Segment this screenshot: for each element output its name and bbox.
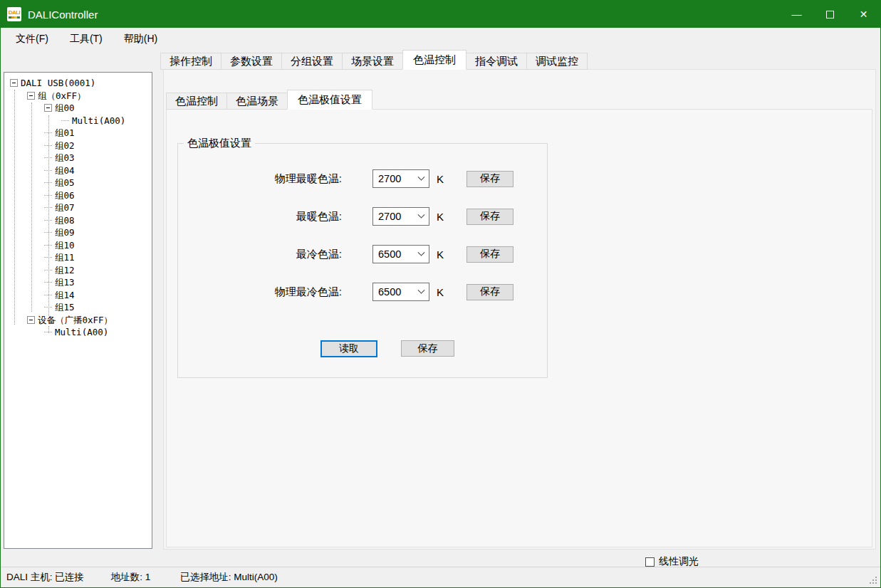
menu-item[interactable]: 文件(F) [5,29,59,49]
ct-unit-label: K [437,173,447,185]
save-button[interactable]: 保存 [401,340,454,357]
ct-dropdown-value: 6500 [378,286,419,298]
tree-item[interactable]: 组13 [4,276,152,289]
ct-value-dropdown[interactable]: 2700 [372,207,429,226]
close-button[interactable]: ✕ [847,1,880,28]
tree-item[interactable]: 组09 [4,226,152,239]
tree-connector [44,257,52,258]
app-window: DALI DALIController — ✕ 文件(F) 工具(T) [0,0,881,588]
ct-form-row: 最冷色温: 6500 K 保存 [178,245,547,263]
tree-item[interactable]: 组04 [4,164,152,177]
tree-item[interactable]: 组08 [4,214,152,227]
main-tab[interactable]: 指令调试 [466,53,527,70]
tree-connector [44,307,52,308]
menu-item-label: 帮助(H) [124,33,157,44]
sub-tab-label: 色温场景 [236,95,278,107]
main-tab[interactable]: 色温控制 [402,50,466,70]
title-bar[interactable]: DALI DALIController — ✕ [1,1,880,28]
tree-item-label: 组01 [55,127,75,140]
chevron-down-icon [418,211,425,218]
tree-connector [44,157,52,158]
tree-item[interactable]: 设备（广播0xFF） [4,314,152,327]
main-tab-strip: 操作控制 参数设置 分组设置 场景设置 色温控制 指令调试 调试监控 [160,52,587,70]
tree-item[interactable]: 组12 [4,264,152,277]
tree-item-label: 组05 [55,177,75,189]
window-controls: — ✕ [780,1,880,28]
ct-value-dropdown[interactable]: 6500 [372,245,429,263]
ct-row-save-button[interactable]: 保存 [466,246,514,263]
tree-connector [44,332,52,332]
tree-item-label: 组10 [55,239,75,252]
ct-row-save-button[interactable]: 保存 [466,284,514,300]
main-tab-label: 操作控制 [170,55,212,67]
ct-unit-label: K [437,248,447,261]
maximize-button[interactable] [813,1,847,28]
read-button[interactable]: 读取 [320,340,377,357]
menu-item[interactable]: 帮助(H) [113,29,168,49]
main-tab[interactable]: 参数设置 [221,53,282,70]
sub-tab[interactable]: 色温场景 [226,93,288,110]
tree-connector [44,245,52,246]
collapse-icon[interactable] [10,79,18,87]
tree-item-label: 组00 [55,102,75,115]
ct-row-save-button[interactable]: 保存 [466,171,514,187]
tree-item-label: 组04 [55,164,75,177]
ct-row-save-button[interactable]: 保存 [466,209,514,225]
tree-item[interactable]: Multi(A00) [4,115,152,127]
tree-item[interactable]: 组06 [4,189,152,202]
tree-item[interactable]: DALI USB(0001) [4,77,152,90]
tree-item[interactable]: Multi(A00) [4,326,152,339]
resize-grip[interactable] [870,577,877,584]
collapse-icon[interactable] [27,316,35,324]
tree-item[interactable]: 组05 [4,177,152,189]
ct-value-dropdown[interactable]: 2700 [372,169,429,188]
ct-dropdown-value: 2700 [378,173,419,184]
tree-item-label: 组03 [55,152,75,164]
main-tab[interactable]: 调试监控 [526,53,588,70]
ct-dropdown-value: 2700 [378,211,419,222]
selected-address: 已选择地址: Multi(A00) [180,571,278,584]
chevron-down-icon [418,248,425,256]
sub-tab[interactable]: 色温控制 [166,93,227,110]
tree-item[interactable]: 组02 [4,140,152,152]
tree-item[interactable]: 组03 [4,152,152,164]
sub-tab[interactable]: 色温极值设置 [287,90,372,110]
tree-item[interactable]: 组01 [4,127,152,140]
tree-item[interactable]: 组07 [4,201,152,214]
tree-item-label: 组15 [55,301,75,314]
main-tab[interactable]: 操作控制 [160,53,221,70]
menu-item-label: 工具(T) [70,33,103,44]
tree-item[interactable]: 组10 [4,239,152,252]
menu-bar: 文件(F) 工具(T) 帮助(H) [1,28,880,51]
tree-connector [44,220,52,221]
tree-connector [44,282,52,283]
ct-row-label: 物理最暖色温: [178,172,342,186]
ct-limits-groupbox: 色温极值设置 物理最暖色温: 2700 K 保存 最暖色温: 2700 [177,143,548,378]
tree-item[interactable]: 组（0xFF） [4,90,152,103]
linear-dimming-checkbox[interactable] [645,557,655,567]
tree-item-label: 组12 [55,264,75,277]
minimize-button[interactable]: — [780,1,813,28]
collapse-icon[interactable] [44,104,52,112]
ct-row-label: 最冷色温: [178,248,342,261]
main-tab-label: 分组设置 [291,55,333,67]
tree-connector [44,195,52,196]
tree-connector [44,132,52,133]
main-tab-label: 参数设置 [230,55,273,67]
main-tab[interactable]: 分组设置 [281,53,343,70]
chevron-down-icon [418,286,425,293]
linear-dimming-label: 线性调光 [659,555,699,568]
tree-item[interactable]: 组15 [4,301,152,314]
tree-item[interactable]: 组00 [4,102,152,115]
tree-item[interactable]: 组11 [4,251,152,264]
tree-item-label: 设备（广播0xFF） [38,314,113,327]
app-icon-text: DALI [9,10,21,16]
tree-item[interactable]: 组14 [4,289,152,302]
collapse-icon[interactable] [27,92,35,100]
tree-item-label: 组11 [55,251,75,264]
main-tab[interactable]: 场景设置 [342,53,403,70]
tree-connector [44,295,52,295]
window-title: DALIController [28,9,98,21]
menu-item[interactable]: 工具(T) [59,29,113,49]
ct-value-dropdown[interactable]: 6500 [372,283,429,301]
